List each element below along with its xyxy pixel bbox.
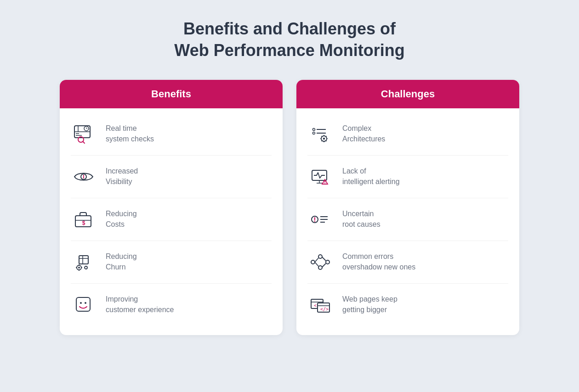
svg-line-58 xyxy=(315,258,318,262)
svg-text:$: $ xyxy=(82,220,85,226)
list-item: ComplexArchitectures xyxy=(307,113,508,156)
page-container: Benefits and Challenges of Web Performan… xyxy=(0,0,579,392)
svg-point-28 xyxy=(85,302,86,304)
benefits-body: Real timesystem checks I xyxy=(60,108,283,335)
list-item: Common errorsovershadow new ones xyxy=(307,241,508,284)
root-causes-label: Uncertainroot causes xyxy=(342,209,380,230)
svg-rect-16 xyxy=(79,256,88,264)
bigger-icon: </> </> xyxy=(307,292,333,318)
costs-label: ReducingCosts xyxy=(106,209,137,230)
errors-label: Common errorsovershadow new ones xyxy=(342,252,415,272)
errors-icon xyxy=(307,249,333,275)
svg-line-9 xyxy=(83,141,85,143)
visibility-icon xyxy=(71,164,96,190)
experience-icon xyxy=(71,292,96,318)
page-title: Benefits and Challenges of Web Performan… xyxy=(174,18,404,62)
svg-line-59 xyxy=(315,262,318,266)
svg-point-29 xyxy=(313,128,315,130)
svg-line-41 xyxy=(326,136,327,137)
svg-point-31 xyxy=(313,132,315,134)
list-item: IncreasedVisibility xyxy=(71,156,272,198)
architecture-label: ComplexArchitectures xyxy=(342,123,385,144)
svg-text:</>: </> xyxy=(320,307,329,312)
svg-point-11 xyxy=(83,174,84,175)
svg-line-40 xyxy=(326,140,327,141)
svg-point-54 xyxy=(311,260,315,264)
experience-label: Improvingcustomer experience xyxy=(106,294,174,315)
alerting-icon xyxy=(307,164,333,190)
svg-rect-26 xyxy=(76,297,90,311)
real-time-icon xyxy=(71,121,96,147)
churn-label: ReducingChurn xyxy=(106,252,137,272)
list-item: Improvingcustomer experience xyxy=(71,284,272,326)
challenges-body: ComplexArchitectures xyxy=(296,108,519,335)
list-item: Lack ofintelligent alerting xyxy=(307,156,508,198)
svg-point-50 xyxy=(314,220,315,221)
list-item: </> </> Web pages keepgetting bigger xyxy=(307,284,508,326)
svg-line-60 xyxy=(322,257,326,261)
svg-point-20 xyxy=(78,267,80,269)
svg-line-42 xyxy=(321,140,322,141)
svg-point-34 xyxy=(323,137,325,139)
benefits-column: Benefits xyxy=(60,80,283,335)
svg-line-39 xyxy=(321,136,322,137)
svg-line-61 xyxy=(322,263,326,267)
costs-icon: $ xyxy=(71,207,96,232)
challenges-column: Challenges xyxy=(296,80,519,335)
list-item: Real timesystem checks xyxy=(71,113,272,156)
svg-point-57 xyxy=(326,260,329,264)
list-item: Uncertainroot causes xyxy=(307,198,508,241)
visibility-label: IncreasedVisibility xyxy=(106,166,138,187)
alerting-label: Lack ofintelligent alerting xyxy=(342,166,400,187)
architecture-icon xyxy=(307,121,333,147)
svg-point-25 xyxy=(85,266,87,269)
bigger-label: Web pages keepgetting bigger xyxy=(342,294,397,315)
root-causes-icon xyxy=(307,207,333,232)
list-item: $ ReducingCosts xyxy=(71,198,272,241)
challenges-header: Challenges xyxy=(296,80,519,108)
svg-point-47 xyxy=(324,183,325,184)
real-time-label: Real timesystem checks xyxy=(106,123,154,144)
svg-point-55 xyxy=(318,255,322,258)
list-item: ReducingChurn xyxy=(71,241,272,284)
benefits-header: Benefits xyxy=(60,80,283,108)
churn-icon xyxy=(71,249,96,275)
svg-point-56 xyxy=(318,266,322,269)
svg-point-27 xyxy=(80,302,82,304)
columns-wrapper: Benefits xyxy=(60,80,519,335)
